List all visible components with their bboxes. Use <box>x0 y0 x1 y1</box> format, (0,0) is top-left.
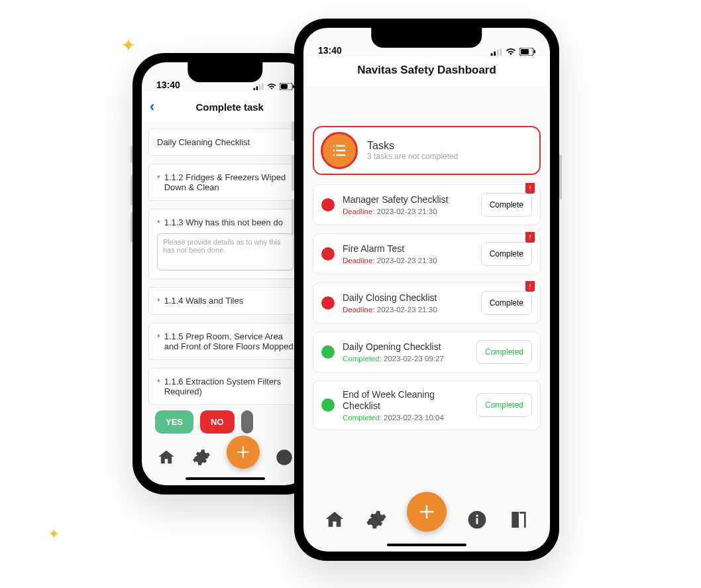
meta-label: Deadline: <box>343 306 375 314</box>
signal-icon <box>490 48 502 56</box>
svg-rect-14 <box>534 50 535 54</box>
svg-rect-1 <box>256 86 258 90</box>
task-title: Daily Closing Checklist <box>343 292 473 304</box>
meta-value: 2023-02-23 21:30 <box>377 257 437 265</box>
checklist-item[interactable]: * 1.1.2 Fridges & Freezers Wiped Down & … <box>148 164 302 201</box>
required-marker: * <box>157 297 160 306</box>
info-icon[interactable] <box>466 509 488 530</box>
tab-bar <box>303 499 550 541</box>
svg-rect-9 <box>494 51 496 55</box>
screen-header: ‹ Complete task <box>142 91 309 122</box>
item-text: 1.1.5 Prep Room, Service Area and Front … <box>164 331 294 351</box>
reason-textarea[interactable]: Please provide details as to why this ha… <box>157 233 294 270</box>
task-form: Daily Cleaning Checklist * 1.1.2 Fridges… <box>142 122 309 443</box>
notch <box>188 62 262 82</box>
task-card[interactable]: ! Fire Alarm Test Deadline: 2023-02-23 2… <box>313 233 541 274</box>
side-button <box>131 146 133 163</box>
checklist-item[interactable]: * 1.1.3 Why has this not been do Please … <box>148 209 302 279</box>
side-button <box>131 175 133 206</box>
add-fab[interactable] <box>227 436 260 469</box>
meta-label: Deadline: <box>343 207 375 215</box>
meta-value: 2023-02-23 09:27 <box>384 355 444 363</box>
alert-flag-icon: ! <box>525 281 535 292</box>
checklist-item[interactable]: * 1.1.4 Walls and Tiles <box>148 287 302 315</box>
completed-badge: Completed <box>476 340 532 364</box>
status-dot <box>321 247 335 261</box>
task-card[interactable]: ! Daily Closing Checklist Deadline: 2023… <box>313 282 541 323</box>
dashboard-body: Tasks 3 tasks are not completed ! Manage… <box>303 86 550 496</box>
svg-rect-8 <box>491 53 493 56</box>
tasks-tile-subtitle: 3 tasks are not completed <box>367 152 458 161</box>
status-dot <box>321 398 335 412</box>
side-button <box>292 121 294 141</box>
tab-bar <box>142 439 309 476</box>
exit-icon[interactable] <box>508 509 529 530</box>
side-button <box>292 199 294 235</box>
svg-rect-2 <box>259 84 261 89</box>
required-marker: * <box>157 333 160 351</box>
gear-icon[interactable] <box>366 509 387 530</box>
home-indicator <box>186 477 265 480</box>
add-fab[interactable] <box>407 492 447 532</box>
svg-rect-11 <box>500 48 502 56</box>
task-title: End of Week Cleaning Checklist <box>343 389 468 412</box>
meta-label: Completed: <box>343 414 382 422</box>
task-card[interactable]: Daily Opening Checklist Completed: 2023-… <box>313 331 541 373</box>
alert-flag-icon: ! <box>525 232 535 243</box>
phone-left: 13:40 ‹ Complete task Daily Cleaning Che… <box>133 53 318 495</box>
alert-flag-icon: ! <box>525 183 535 194</box>
item-text: 1.1.3 Why has this not been do <box>164 217 283 228</box>
wifi-icon <box>506 48 516 56</box>
complete-button[interactable]: Complete <box>481 193 532 217</box>
tasks-list-icon <box>321 132 358 169</box>
battery-icon <box>519 48 535 56</box>
svg-rect-0 <box>254 88 256 89</box>
required-marker: * <box>157 174 160 192</box>
required-marker: * <box>157 378 160 396</box>
meta-label: Completed: <box>343 355 382 363</box>
item-text: 1.1.6 Extraction System Filters Required… <box>164 377 294 396</box>
side-button <box>292 154 294 191</box>
wifi-icon <box>267 84 276 90</box>
decor-star-icon: ✦ <box>48 526 60 543</box>
complete-button[interactable]: Complete <box>481 242 532 266</box>
home-icon[interactable] <box>156 447 177 468</box>
svg-rect-10 <box>497 49 499 55</box>
status-time: 13:40 <box>156 80 180 90</box>
svg-point-7 <box>277 449 292 465</box>
svg-rect-3 <box>262 84 264 90</box>
meta-value: 2023-02-23 21:30 <box>377 306 437 314</box>
gear-icon[interactable] <box>191 447 212 468</box>
checklist-item[interactable]: * 1.1.6 Extraction System Filters Requir… <box>148 368 302 405</box>
checklist-title: Daily Cleaning Checklist <box>157 137 250 147</box>
tasks-summary-tile[interactable]: Tasks 3 tasks are not completed <box>313 126 541 175</box>
meta-label: Deadline: <box>343 257 375 265</box>
back-button[interactable]: ‹ <box>150 98 154 115</box>
svg-point-17 <box>476 514 478 516</box>
screen-title: Navitas Safety Dashboard <box>303 57 550 86</box>
task-card[interactable]: End of Week Cleaning Checklist Completed… <box>313 381 541 430</box>
partial-button[interactable] <box>241 410 253 434</box>
checklist-item[interactable]: * 1.1.5 Prep Room, Service Area and Fron… <box>148 323 302 360</box>
home-indicator <box>387 544 466 546</box>
task-title: Manager Safety Checklist <box>343 194 473 206</box>
decor-star-icon: ✦ <box>121 34 136 56</box>
task-card[interactable]: ! Manager Safety Checklist Deadline: 202… <box>313 184 541 225</box>
no-button[interactable]: NO <box>200 410 235 434</box>
home-icon[interactable] <box>324 509 345 530</box>
status-dot <box>321 198 335 211</box>
required-marker: * <box>157 219 160 228</box>
svg-rect-5 <box>281 84 288 89</box>
info-icon[interactable] <box>274 447 295 468</box>
signal-icon <box>253 84 264 90</box>
tasks-tile-title: Tasks <box>367 140 458 152</box>
complete-button[interactable]: Complete <box>481 291 532 315</box>
status-time: 13:40 <box>318 45 342 56</box>
completed-badge: Completed <box>476 393 532 417</box>
svg-rect-16 <box>476 518 478 524</box>
side-button <box>559 154 562 200</box>
yes-button[interactable]: YES <box>155 410 193 434</box>
notch <box>371 28 482 48</box>
meta-value: 2023-02-23 10:04 <box>384 414 444 422</box>
task-title: Fire Alarm Test <box>343 243 473 255</box>
